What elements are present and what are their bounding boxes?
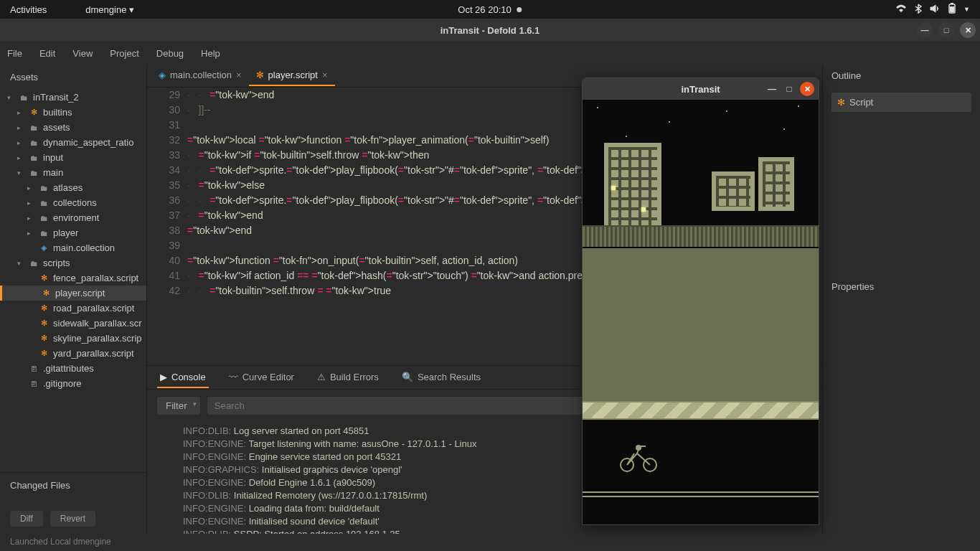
maximize-button[interactable]: □ [938,22,954,38]
changed-files-header: Changed Files [10,480,136,491]
caret-icon: ▸ [17,109,24,116]
tree-item[interactable]: ✻fence_parallax.script [0,270,146,286]
menu-help[interactable]: Help [201,48,220,59]
gear-icon: ✻ [39,319,49,329]
tree-label: builtins [43,107,72,118]
tree-item[interactable]: ▾🖿scripts [0,255,146,270]
system-menu-caret-icon[interactable]: ▼ [963,6,970,13]
tree-item[interactable]: ✻yard_parallax.script [0,346,146,361]
status-bar: Launched Local dmengine [0,534,980,551]
tree-label: scripts [43,258,70,268]
tree-item[interactable]: ▸🖿enviroment [0,210,146,225]
tree-item[interactable]: ▸🖿collections [0,195,146,210]
tree-item[interactable]: ▸✻builtins [0,105,146,120]
tree-label: enviroment [53,212,99,223]
gear-icon: ✻ [39,303,49,314]
game-maximize-button[interactable]: □ [783,84,796,94]
menu-file[interactable]: File [7,48,22,59]
game-window-title: inTransit [681,84,720,95]
tree-label: player [53,227,78,238]
gear-icon: ✻ [39,349,49,359]
caret-icon: ▾ [17,169,24,176]
menu-debug[interactable]: Debug [156,48,184,59]
battery-icon[interactable] [948,3,956,17]
outline-item-label: Script [849,97,873,108]
outline-item-script[interactable]: ✻ Script [831,93,971,112]
game-canvas [583,100,819,524]
tab-close-icon[interactable]: × [322,70,328,80]
minimize-button[interactable]: — [917,22,933,38]
assets-header: Assets [0,65,146,90]
app-menu[interactable]: dmengine ▾ [85,4,134,15]
tree-label: input [43,152,63,163]
gear-icon: ✻ [837,97,845,108]
tree-item[interactable]: ▸🖿atlases [0,180,146,195]
bottom-tab-curve-editor[interactable]: 〰Curve Editor [226,367,297,388]
activities-button[interactable]: Activities [10,4,47,15]
outline-header: Outline [823,65,980,87]
caret-icon: ▸ [27,215,34,222]
menubar: FileEditViewProjectDebugHelp [0,42,980,65]
notification-dot-icon [517,7,522,12]
tree-label: player.script [55,288,105,298]
tree-item[interactable]: 🖹.gitattributes [0,361,146,376]
tree-label: atlases [53,182,83,193]
tree-item[interactable]: ✻player.script [0,286,146,301]
tree-item[interactable]: ▾🖿main [0,165,146,180]
close-button[interactable]: ✕ [960,22,976,38]
bottom-tab-search-results[interactable]: 🔍Search Results [399,367,484,388]
svg-rect-1 [951,3,953,4]
game-minimize-button[interactable]: — [765,84,778,94]
tab-close-icon[interactable]: × [236,70,242,80]
caret-icon: ▸ [27,184,34,192]
bottom-tab-build-errors[interactable]: ⚠Build Errors [314,367,382,388]
tree-label: .gitattributes [43,363,94,374]
svg-point-5 [636,445,641,451]
gear-icon: ✻ [29,108,39,118]
tree-item[interactable]: ✻sidewalk_parallax.scr [0,316,146,331]
wifi-icon[interactable] [895,4,907,16]
window-title: inTransit - Defold 1.6.1 [440,25,540,36]
clock[interactable]: Oct 26 20:10 [458,4,511,15]
left-panel: Assets ▾🖿inTransit_2▸✻builtins▸🖿assets▸🖿… [0,65,147,551]
tree-label: fence_parallax.script [53,273,138,283]
tree-item[interactable]: ▸🖿player [0,225,146,240]
tree-item[interactable]: ✻skyline_parallax.scrip [0,331,146,346]
file-icon: 🖹 [29,379,39,389]
tab-icon: 〰 [229,372,238,382]
folder-icon: 🖿 [29,258,39,268]
folder-icon: 🖿 [39,183,49,193]
tree-label: main [43,167,63,178]
tab-label: Console [171,372,206,382]
gear-icon: ✻ [41,288,51,298]
menu-view[interactable]: View [72,48,93,59]
tree-item[interactable]: ◈main.collection [0,240,146,255]
tree-item[interactable]: ▸🖿assets [0,120,146,135]
tree-item[interactable]: ▾🖿inTransit_2 [0,90,146,105]
diff-button[interactable]: Diff [10,511,43,527]
tab-label: player.script [268,70,318,80]
caret-icon: ▸ [27,230,34,237]
folder-icon: 🖿 [29,138,39,148]
menu-project[interactable]: Project [110,48,138,59]
tree-item[interactable]: ▸🖿input [0,150,146,165]
tab-label: Curve Editor [242,372,294,382]
console-filter-button[interactable]: Filter [157,397,200,415]
game-window[interactable]: inTransit — □ ✕ [582,77,819,525]
volume-icon[interactable] [930,4,941,16]
game-close-button[interactable]: ✕ [800,82,814,96]
tree-item[interactable]: ✻road_parallax.script [0,301,146,316]
bluetooth-icon[interactable] [914,4,923,16]
folder-icon: 🖿 [29,153,39,163]
tree-item[interactable]: ▸🖿dynamic_aspect_ratio [0,135,146,150]
bottom-tab-console[interactable]: ▶Console [157,367,209,388]
editor-tab[interactable]: ✻player.script× [249,65,335,86]
os-topbar: Activities dmengine ▾ Oct 26 20:10 ▼ [0,0,980,19]
revert-button[interactable]: Revert [50,511,95,527]
window-titlebar: inTransit - Defold 1.6.1 — □ ✕ [0,19,980,42]
tree-label: road_parallax.script [53,303,134,314]
tree-item[interactable]: 🖹.gitignore [0,376,146,391]
menu-edit[interactable]: Edit [39,48,55,59]
editor-tab[interactable]: ◈main.collection× [151,65,249,86]
assets-tree[interactable]: ▾🖿inTransit_2▸✻builtins▸🖿assets▸🖿dynamic… [0,90,146,472]
